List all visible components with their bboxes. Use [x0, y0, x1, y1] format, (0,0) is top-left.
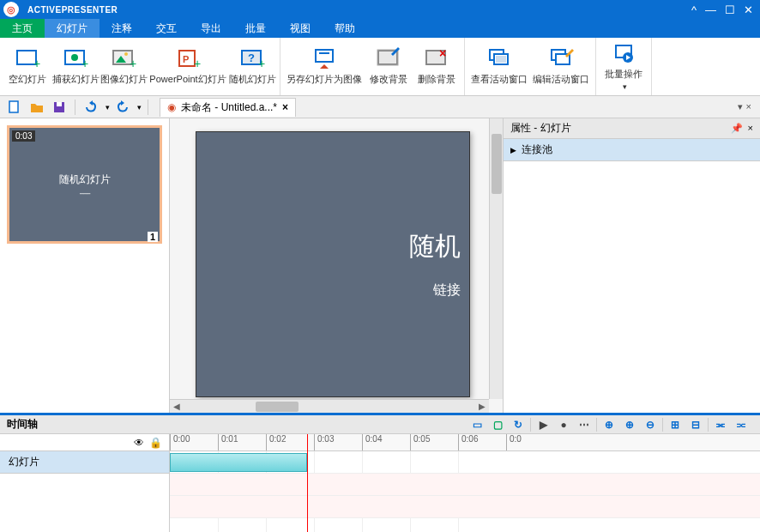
timeline-title: 时间轴 — [7, 417, 38, 432]
properties-header: 属性 - 幻灯片 📌 × — [504, 118, 760, 139]
maximize-button[interactable]: ☐ — [725, 3, 735, 16]
chevron-down-icon: ▾ — [623, 82, 627, 91]
batch-ops-button[interactable]: 批量操作 ▾ — [600, 39, 648, 94]
capture-slide-button[interactable]: + 捕获幻灯片 — [51, 39, 100, 94]
timeline-header: 时间轴 ▭ ▢ ↻ ▶ ● ⋯ ⊕ ⊕ ⊖ ⊞ ⊟ ⫘ ⫗ — [0, 415, 760, 434]
tl-play-button[interactable]: ▶ — [534, 417, 552, 432]
close-panel-icon[interactable]: × — [748, 123, 753, 134]
tl-loop-button[interactable]: ↻ — [510, 417, 527, 432]
app-logo-icon: ◎ — [3, 2, 19, 17]
track-row-slide[interactable] — [170, 451, 760, 474]
undo-dropdown-icon[interactable]: ▾ — [106, 103, 110, 112]
tl-more-button[interactable]: ⋯ — [576, 417, 593, 432]
timeline-ruler[interactable]: 0:00 0:01 0:02 0:03 0:04 0:05 0:06 0:0 — [170, 434, 760, 451]
timeline-tracks-area[interactable]: 0:00 0:01 0:02 0:03 0:04 0:05 0:06 0:0 — [170, 434, 760, 532]
tl-link-button[interactable]: ⫘ — [712, 417, 729, 432]
svg-text:+: + — [258, 57, 265, 70]
close-tab-button[interactable]: × — [282, 101, 288, 113]
doc-icon: ◉ — [167, 101, 176, 113]
help-dropdown-icon[interactable]: ^ — [691, 3, 697, 16]
props-connection-pool[interactable]: 连接池 — [504, 139, 760, 161]
timeline-clip[interactable] — [170, 453, 307, 472]
ppt-slide-button[interactable]: P+ PowerPoint幻灯片 — [148, 39, 228, 94]
ribbon: + 空幻灯片 + 捕获幻灯片 + 图像幻灯片 P+ PowerPoint幻灯片 … — [0, 38, 760, 96]
remove-bg-button[interactable]: × 删除背景 — [413, 39, 461, 94]
minimize-button[interactable]: — — [705, 3, 716, 16]
scroll-right-icon[interactable]: ▶ — [475, 402, 489, 411]
playhead[interactable] — [307, 434, 308, 532]
tl-zoomin-button[interactable]: ⊕ — [621, 417, 638, 432]
blank-slide-button[interactable]: + 空幻灯片 — [3, 39, 51, 94]
track-slide[interactable]: 幻灯片 — [0, 451, 169, 474]
close-button[interactable]: ✕ — [744, 3, 753, 16]
random-slide-icon: ?+ — [239, 47, 265, 71]
thumb-label: 随机幻灯片 — [59, 172, 111, 187]
svg-rect-16 — [319, 52, 329, 54]
svg-text:+: + — [194, 57, 201, 70]
visibility-icon[interactable]: 👁 — [134, 437, 144, 449]
canvas-area: 随机 链接 ◀ ▶ — [170, 118, 503, 413]
tl-zoomfit-button[interactable]: ⊕ — [600, 417, 618, 432]
canvas-title: 随机 — [409, 229, 461, 264]
properties-title: 属性 - 幻灯片 — [510, 121, 571, 136]
edit-active-icon — [548, 47, 574, 71]
tab-batch[interactable]: 批量 — [233, 19, 278, 38]
tl-layout1-button[interactable]: ▭ — [468, 417, 486, 432]
tab-view[interactable]: 视图 — [278, 19, 323, 38]
menu-tabs: 主页 幻灯片 注释 交互 导出 批量 视图 帮助 — [0, 19, 760, 38]
redo-dropdown-icon[interactable]: ▾ — [137, 103, 142, 112]
svg-marker-34 — [121, 100, 124, 106]
redo-button[interactable] — [113, 99, 132, 116]
tl-zoomout-button[interactable]: ⊖ — [642, 417, 659, 432]
tl-layout2-button[interactable]: ▢ — [489, 417, 506, 432]
title-bar: ◎ ACTIVEPRESENTER ^ — ☐ ✕ — [0, 0, 760, 19]
lock-icon[interactable]: 🔒 — [149, 437, 162, 449]
workspace: 0:03 随机幻灯片 ━━━ 1 随机 链接 ◀ ▶ 属性 - 幻灯片 📌 × — [0, 118, 760, 413]
capture-slide-icon: + — [63, 47, 88, 71]
svg-text:+: + — [33, 57, 40, 70]
tl-align1-button[interactable]: ⊞ — [667, 417, 684, 432]
svg-text:×: × — [439, 47, 446, 60]
undo-button[interactable] — [81, 99, 100, 116]
horizontal-scrollbar[interactable]: ◀ ▶ — [170, 399, 489, 413]
tab-export[interactable]: 导出 — [189, 19, 233, 38]
image-slide-button[interactable]: + 图像幻灯片 — [100, 39, 148, 94]
modify-bg-icon — [376, 47, 401, 71]
tab-interact[interactable]: 交互 — [144, 19, 189, 38]
save-as-image-button[interactable]: 另存幻灯片为图像 — [284, 39, 365, 94]
pin-icon[interactable]: 📌 — [731, 123, 743, 134]
view-active-button[interactable]: 查看活动窗口 — [468, 39, 530, 94]
svg-rect-15 — [316, 50, 333, 62]
thumb-number-badge: 1 — [148, 232, 158, 242]
tab-slides[interactable]: 幻灯片 — [45, 19, 100, 38]
tab-annotate[interactable]: 注释 — [100, 19, 144, 38]
document-title: 未命名 - Untitled.a...* — [181, 100, 277, 115]
random-slide-button[interactable]: ?+ 随机幻灯片 — [228, 39, 276, 94]
timeline-body: 👁 🔒 幻灯片 0:00 0:01 0:02 0:03 0:04 0:05 0:… — [0, 434, 760, 532]
toolbar-menu-icon[interactable]: ▾ — [738, 101, 743, 112]
svg-marker-17 — [320, 64, 329, 69]
tl-record-button[interactable]: ● — [555, 417, 572, 432]
svg-marker-33 — [89, 100, 93, 106]
edit-active-button[interactable]: 编辑活动窗口 — [530, 39, 592, 94]
tl-unlink-button[interactable]: ⫗ — [733, 417, 750, 432]
canvas-slide[interactable]: 随机 链接 — [196, 131, 470, 397]
document-tab[interactable]: ◉ 未命名 - Untitled.a...* × — [160, 98, 296, 117]
toolbar-close-icon[interactable]: × — [746, 101, 751, 112]
tab-home[interactable]: 主页 — [0, 19, 45, 38]
vertical-scrollbar[interactable] — [489, 118, 503, 399]
scroll-left-icon[interactable]: ◀ — [170, 402, 184, 411]
open-button[interactable] — [27, 99, 46, 116]
timeline-panel: 时间轴 ▭ ▢ ↻ ▶ ● ⋯ ⊕ ⊕ ⊖ ⊞ ⊟ ⫘ ⫗ 👁 🔒 — [0, 413, 760, 532]
modify-bg-button[interactable]: 修改背景 — [365, 39, 413, 94]
slide-thumbnail[interactable]: 0:03 随机幻灯片 ━━━ 1 — [7, 125, 162, 244]
tl-align2-button[interactable]: ⊟ — [687, 417, 704, 432]
batch-ops-icon — [611, 42, 636, 66]
svg-text:+: + — [130, 57, 136, 70]
new-button[interactable] — [5, 99, 24, 116]
tab-help[interactable]: 帮助 — [323, 19, 367, 38]
svg-rect-24 — [496, 56, 506, 63]
save-button[interactable] — [50, 99, 69, 116]
svg-rect-32 — [57, 102, 62, 106]
canvas-subtitle: 链接 — [433, 281, 461, 299]
